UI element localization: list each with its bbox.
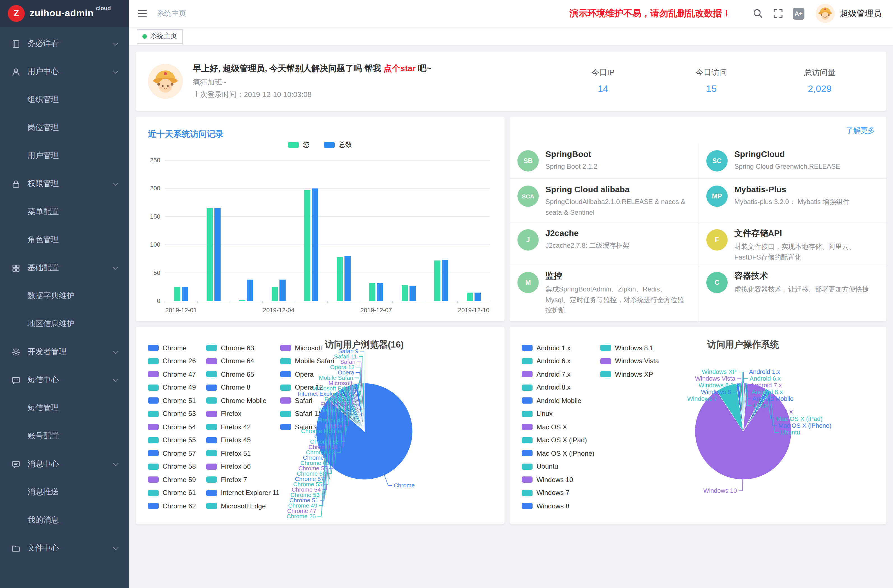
- legend-item-chrome-61[interactable]: Chrome 61: [148, 486, 206, 499]
- sidebar-group-7[interactable]: 文件中心: [0, 534, 129, 562]
- legend-item-mac-os-x-(ipad)[interactable]: Mac OS X (iPad): [522, 433, 600, 447]
- legend-item-firefox[interactable]: Firefox: [206, 407, 280, 420]
- sidebar-group-0[interactable]: 务必详看: [0, 30, 129, 58]
- pie-slice-chrome-65[interactable]: [347, 386, 364, 431]
- bar-总数-2019-12-01[interactable]: [182, 287, 188, 301]
- sidebar-item-1-2[interactable]: 用户管理: [0, 142, 129, 170]
- pie-slice-chrome-62[interactable]: [341, 388, 364, 431]
- legend-item-chrome-49[interactable]: Chrome 49: [148, 381, 206, 394]
- bar-总数-2019-12-03[interactable]: [247, 280, 253, 301]
- legend-item-chrome-53[interactable]: Chrome 53: [148, 407, 206, 420]
- pie-slice-windows-7[interactable]: [717, 384, 743, 431]
- sidebar-item-2-1[interactable]: 角色管理: [0, 226, 129, 254]
- menu-fold-icon[interactable]: [137, 8, 148, 19]
- avatar[interactable]: [816, 4, 835, 23]
- bar-您-2019-12-09[interactable]: [434, 260, 440, 301]
- bar-您-2019-12-02[interactable]: [207, 208, 213, 301]
- pie-slice-android-8.x[interactable]: [743, 383, 746, 431]
- bar-legend-item-1[interactable]: 总数: [324, 140, 352, 150]
- legend-item-firefox-56[interactable]: Firefox 56: [206, 460, 280, 473]
- sidebar-item-1-1[interactable]: 岗位管理: [0, 114, 129, 142]
- pie-slice-linux[interactable]: [743, 383, 747, 432]
- bar-总数-2019-12-04[interactable]: [280, 280, 286, 301]
- font-size-icon[interactable]: A+: [793, 8, 804, 20]
- pie-slice-android-6.x[interactable]: [743, 383, 744, 431]
- bar-总数-2019-12-02[interactable]: [214, 208, 221, 301]
- pie-slice-safari-9[interactable]: [364, 383, 364, 431]
- sidebar-item-3-1[interactable]: 地区信息维护: [0, 310, 129, 338]
- sidebar-item-2-0[interactable]: 菜单配置: [0, 198, 129, 226]
- learn-more-link[interactable]: 了解更多: [846, 126, 875, 136]
- pie-slice-safari-11[interactable]: [362, 383, 364, 431]
- tab-home[interactable]: 系统主页: [137, 29, 183, 44]
- pie-slice-microsoft[interactable]: [359, 383, 364, 431]
- legend-item-mac-os-x[interactable]: Mac OS X: [522, 420, 600, 433]
- legend-item-chrome-58[interactable]: Chrome 58: [148, 460, 206, 473]
- bar-您-2019-12-04[interactable]: [272, 287, 278, 301]
- pie-slice-windows-8.1[interactable]: [739, 383, 743, 431]
- bar-总数-2019-12-06[interactable]: [344, 256, 351, 301]
- legend-item-android-6.x[interactable]: Android 6.x: [522, 355, 600, 368]
- legend-item-internet-explorer-11[interactable]: Internet Explorer 11: [206, 486, 280, 499]
- bar-总数-2019-12-09[interactable]: [442, 260, 448, 301]
- legend-item-microsoft-edge[interactable]: Microsoft Edge: [206, 499, 280, 513]
- legend-item-chrome-47[interactable]: Chrome 47: [148, 368, 206, 381]
- search-icon[interactable]: [752, 8, 764, 19]
- pie-slice-android-7.x[interactable]: [743, 383, 745, 431]
- bar-您-2019-12-01[interactable]: [174, 287, 180, 301]
- legend-item-opera-12[interactable]: Opera 12: [280, 381, 343, 394]
- pie-slice-chrome-63[interactable]: [343, 387, 364, 431]
- pie-slice-android-1.x[interactable]: [743, 383, 743, 431]
- legend-item-chrome-57[interactable]: Chrome 57: [148, 447, 206, 460]
- bar-legend-item-0[interactable]: 您: [288, 140, 310, 150]
- legend-item-chrome-mobile[interactable]: Chrome Mobile: [206, 394, 280, 407]
- pie-slice-firefox-56[interactable]: [353, 384, 364, 431]
- bar-您-2019-12-10[interactable]: [467, 293, 473, 301]
- legend-item-chrome[interactable]: Chrome: [148, 341, 206, 355]
- sidebar-item-5-1[interactable]: 账号配置: [0, 422, 129, 450]
- pie-slice-opera[interactable]: [360, 383, 364, 431]
- pie-slice-firefox-42[interactable]: [351, 385, 364, 431]
- legend-item-chrome-65[interactable]: Chrome 65: [206, 368, 280, 381]
- pie-slice-windows-8[interactable]: [736, 383, 743, 431]
- sidebar-group-5[interactable]: 短信中心: [0, 366, 129, 394]
- pie-slice-firefox-51[interactable]: [353, 385, 364, 432]
- sidebar-item-6-0[interactable]: 消息推送: [0, 478, 129, 506]
- legend-item-chrome-62[interactable]: Chrome 62: [148, 499, 206, 513]
- legend-item-chrome-55[interactable]: Chrome 55: [148, 433, 206, 447]
- legend-item-chrome-63[interactable]: Chrome 63: [206, 341, 280, 355]
- bar-您-2019-12-06[interactable]: [337, 257, 343, 301]
- bar-您-2019-12-08[interactable]: [401, 285, 408, 301]
- sidebar-item-6-1[interactable]: 我的消息: [0, 506, 129, 534]
- legend-item-android-8.x[interactable]: Android 8.x: [522, 381, 600, 394]
- sidebar-group-4[interactable]: 开发者管理: [0, 338, 129, 366]
- pie-slice-safari[interactable]: [361, 383, 364, 431]
- sidebar-item-1-0[interactable]: 组织管理: [0, 86, 129, 114]
- pie-slice-mac-os-x-(ipad)[interactable]: [743, 389, 767, 431]
- pie-slice-opera-12[interactable]: [361, 383, 364, 432]
- legend-item-safari-9[interactable]: Safari 9: [280, 420, 343, 433]
- pie-slice-android-mobile[interactable]: [743, 383, 746, 431]
- legend-item-windows-vista[interactable]: Windows Vista: [600, 355, 660, 368]
- pie-slice-firefox[interactable]: [350, 385, 364, 432]
- logo-bar[interactable]: Z zuihou-admin cloud: [0, 0, 129, 27]
- pie-slice-mobile-safari[interactable]: [359, 383, 364, 431]
- pie-slice-chrome-8[interactable]: [349, 386, 364, 431]
- legend-item-android-1.x[interactable]: Android 1.x: [522, 341, 600, 355]
- pie-slice-windows-10[interactable]: [695, 391, 791, 480]
- bar-您-2019-12-05[interactable]: [304, 190, 310, 301]
- legend-item-safari[interactable]: Safari: [280, 394, 343, 407]
- pie-slice-microsoft-edge[interactable]: [358, 383, 364, 431]
- legend-item-android-mobile[interactable]: Android Mobile: [522, 394, 600, 407]
- legend-item-chrome-26[interactable]: Chrome 26: [148, 355, 206, 368]
- legend-item-safari-11[interactable]: Safari 11: [280, 407, 343, 420]
- sidebar-group-6[interactable]: 消息中心: [0, 450, 129, 478]
- legend-item-linux[interactable]: Linux: [522, 407, 600, 420]
- legend-item-windows-xp[interactable]: Windows XP: [600, 368, 660, 381]
- legend-item-mobile-safari[interactable]: Mobile Safari: [280, 355, 343, 368]
- legend-item-chrome-64[interactable]: Chrome 64: [206, 355, 280, 368]
- legend-item-firefox-45[interactable]: Firefox 45: [206, 433, 280, 447]
- bar-总数-2019-12-07[interactable]: [377, 283, 383, 301]
- legend-item-chrome-59[interactable]: Chrome 59: [148, 473, 206, 486]
- sidebar-item-5-0[interactable]: 短信管理: [0, 394, 129, 422]
